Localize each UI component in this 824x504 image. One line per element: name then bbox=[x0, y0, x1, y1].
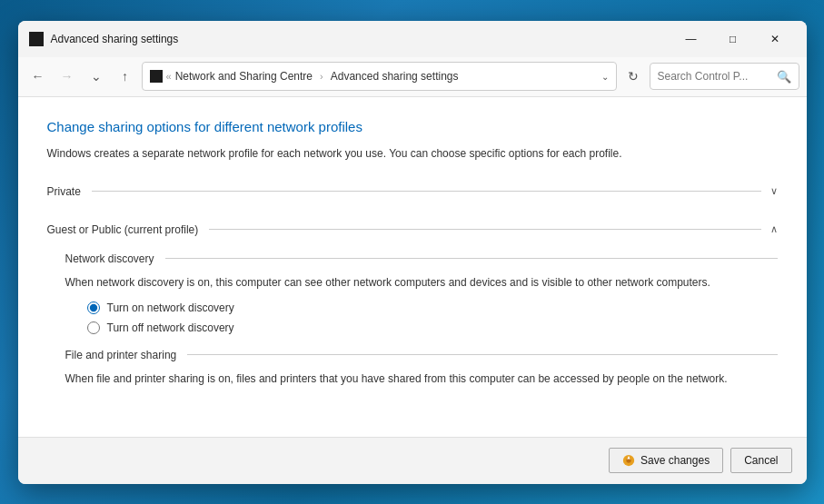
title-bar: Advanced sharing settings — □ ✕ bbox=[18, 21, 807, 57]
network-discovery-description: When network discovery is on, this compu… bbox=[65, 274, 778, 291]
section-guest-public-wrapper: Guest or Public (current profile) ∧ Netw… bbox=[47, 218, 778, 387]
window-icon bbox=[29, 32, 44, 46]
search-input[interactable] bbox=[658, 70, 773, 83]
radio-nd-on-input[interactable] bbox=[87, 301, 100, 314]
save-icon bbox=[622, 454, 635, 467]
search-icon[interactable]: 🔍 bbox=[777, 70, 791, 84]
section-private-chevron: ∨ bbox=[770, 185, 778, 197]
save-changes-button[interactable]: Save changes bbox=[609, 448, 723, 473]
page-description: Windows creates a separate network profi… bbox=[47, 145, 778, 162]
section-private[interactable]: Private ∨ bbox=[47, 180, 778, 203]
back-button[interactable]: ← bbox=[25, 64, 51, 89]
section-guest-chevron: ∧ bbox=[770, 223, 778, 235]
cancel-label: Cancel bbox=[744, 454, 778, 467]
breadcrumb-root: Network and Sharing Centre bbox=[175, 70, 313, 83]
file-printer-subsection: File and printer sharing When file and p… bbox=[65, 349, 778, 387]
page-heading: Change sharing options for different net… bbox=[47, 119, 778, 134]
forward-button[interactable]: → bbox=[55, 64, 80, 89]
radio-nd-off-input[interactable] bbox=[87, 321, 100, 334]
radio-nd-on-label: Turn on network discovery bbox=[107, 301, 234, 314]
recent-button[interactable]: ⌄ bbox=[84, 64, 109, 89]
folder-icon bbox=[150, 70, 163, 83]
window-title: Advanced sharing settings bbox=[51, 33, 670, 45]
breadcrumb-arrow: › bbox=[320, 71, 323, 82]
network-discovery-label: Network discovery bbox=[65, 252, 154, 265]
minimize-button[interactable]: — bbox=[670, 25, 712, 54]
search-field: 🔍 bbox=[650, 63, 799, 90]
up-button[interactable]: ↑ bbox=[113, 64, 138, 89]
save-label: Save changes bbox=[640, 454, 710, 467]
network-discovery-line bbox=[165, 258, 778, 259]
file-printer-header: File and printer sharing bbox=[65, 349, 778, 361]
network-discovery-header: Network discovery bbox=[65, 252, 778, 265]
radio-nd-on[interactable]: Turn on network discovery bbox=[87, 301, 778, 314]
section-private-label: Private bbox=[47, 185, 81, 198]
breadcrumb-separator1: « bbox=[166, 71, 172, 82]
address-bar: ← → ⌄ ↑ « Network and Sharing Centre › A… bbox=[18, 57, 807, 97]
close-button[interactable]: ✕ bbox=[754, 25, 796, 54]
address-field[interactable]: « Network and Sharing Centre › Advanced … bbox=[142, 62, 617, 91]
refresh-button[interactable]: ↻ bbox=[620, 64, 646, 89]
breadcrumb-current: Advanced sharing settings bbox=[331, 70, 459, 83]
file-printer-label: File and printer sharing bbox=[65, 349, 177, 361]
network-discovery-subsection: Network discovery When network discovery… bbox=[65, 252, 778, 334]
file-printer-line bbox=[187, 354, 777, 355]
main-window: Advanced sharing settings — □ ✕ ← → ⌄ ↑ … bbox=[18, 21, 807, 484]
footer: Save changes Cancel bbox=[18, 437, 807, 484]
radio-nd-off[interactable]: Turn off network discovery bbox=[87, 321, 778, 334]
window-controls: — □ ✕ bbox=[670, 25, 796, 54]
section-guest-line bbox=[209, 229, 760, 230]
section-guest-public[interactable]: Guest or Public (current profile) ∧ bbox=[47, 218, 778, 242]
cancel-button[interactable]: Cancel bbox=[730, 448, 791, 473]
content-area: Change sharing options for different net… bbox=[18, 97, 807, 437]
file-printer-description: When file and printer sharing is on, fil… bbox=[65, 371, 778, 387]
section-private-line bbox=[92, 191, 761, 192]
maximize-button[interactable]: □ bbox=[712, 25, 754, 54]
section-guest-label: Guest or Public (current profile) bbox=[47, 223, 199, 236]
radio-nd-off-label: Turn off network discovery bbox=[107, 321, 234, 334]
network-discovery-options: Turn on network discovery Turn off netwo… bbox=[87, 301, 778, 334]
address-dropdown-icon: ⌄ bbox=[601, 72, 609, 82]
